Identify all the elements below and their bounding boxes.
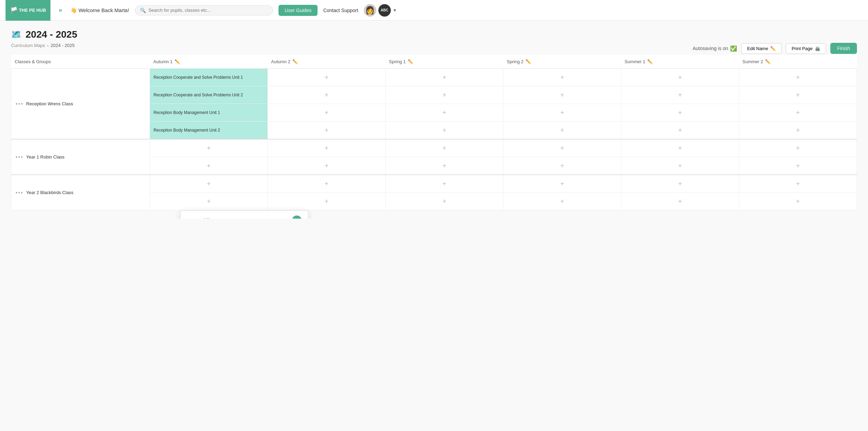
spring2-edit-icon[interactable]: ✏️ (526, 59, 531, 64)
col-header-autumn2: Autumn 2 ✏️ (268, 55, 386, 69)
plus-cell-su2-r4[interactable]: + (739, 122, 857, 140)
plus-cell-s1-y2r2[interactable]: + (386, 193, 503, 210)
autosave-indicator: Autosaving is on ✅ (693, 45, 737, 52)
plus-cell-s2-y2r2[interactable]: + (503, 193, 621, 210)
unit-label[interactable]: Reception Cooperate and Solve Problems U… (150, 69, 267, 86)
page-title-row: 🗺️ 2024 - 2025 (11, 29, 857, 40)
plus-cell-a2-r3[interactable]: + (268, 104, 386, 122)
dropdown-item-label: Motor Skills Year 6 (187, 218, 227, 219)
search-input[interactable] (149, 8, 268, 13)
plus-cell-s2-y2r1[interactable]: + (503, 175, 621, 193)
search-bar[interactable]: 🔍 (135, 5, 273, 16)
plus-cell-s2-y1r2[interactable]: + (503, 157, 621, 175)
class-name-year2: Year 2 Blackbirds Class (26, 190, 74, 195)
logo-label: THE PE HUB (19, 8, 46, 13)
plus-cell-su1-y1r2[interactable]: + (621, 157, 739, 175)
page-title: 2024 - 2025 (26, 29, 77, 40)
plus-cell-su1-r2[interactable]: + (621, 86, 739, 104)
autumn1-edit-icon[interactable]: ✏️ (174, 59, 180, 64)
print-icon: 🖨️ (815, 46, 820, 51)
contact-support-link[interactable]: Contact Support (323, 8, 358, 13)
col-header-spring1: Spring 1 ✏️ (386, 55, 503, 69)
summer2-edit-icon[interactable]: ✏️ (765, 59, 771, 64)
plus-cell-su1-r1[interactable]: + (621, 69, 739, 86)
plus-cell-su2-y1r2[interactable]: + (739, 157, 857, 175)
class-cell-reception: ••• Reception Wrens Class (11, 69, 150, 140)
breadcrumb-root[interactable]: Curriculum Maps (11, 43, 45, 48)
autumn2-edit-icon[interactable]: ✏️ (292, 59, 298, 64)
plus-cell-su2-y2r1[interactable]: + (739, 175, 857, 193)
summer1-edit-icon[interactable]: ✏️ (647, 59, 653, 64)
plus-cell-a1-y2r2[interactable]: + (150, 193, 268, 210)
plus-cell-s2-r3[interactable]: + (503, 104, 621, 122)
plus-cell-s1-y1r1[interactable]: + (386, 139, 503, 157)
unit-cell-reception-u4: Reception Body Management Unit 2 (150, 122, 268, 140)
pencil-icon: ✏️ (770, 46, 776, 51)
plus-cell-su1-r4[interactable]: + (621, 122, 739, 140)
avatar: 👩 (364, 4, 376, 17)
col-header-summer2: Summer 2 ✏️ (739, 55, 857, 69)
plus-cell-su2-r1[interactable]: + (739, 69, 857, 86)
table-row: ••• Reception Wrens Class Reception Coop… (11, 69, 857, 86)
unit-label[interactable]: Reception Body Management Unit 2 (150, 122, 267, 139)
print-button[interactable]: Print Page 🖨️ (786, 43, 826, 54)
plus-cell-su1-y2r1[interactable]: + (621, 175, 739, 193)
autosave-text: Autosaving is on (693, 46, 728, 51)
plus-cell-su2-y2r2[interactable]: + (739, 193, 857, 210)
search-icon: 🔍 (140, 8, 146, 13)
plus-cell-a1-y1r1[interactable]: + (150, 139, 268, 157)
row-menu-dots[interactable]: ••• (16, 190, 23, 196)
col-header-summer1: Summer 1 ✏️ (621, 55, 739, 69)
breadcrumb-current: 2024 - 2025 (51, 43, 75, 48)
plus-cell-a2-y2r1[interactable]: + (268, 175, 386, 193)
plus-cell-a2-r1[interactable]: + (268, 69, 386, 86)
row-menu-dots[interactable]: ••• (16, 154, 23, 160)
plus-cell-a2-r4[interactable]: + (268, 122, 386, 140)
unit-label[interactable]: Reception Body Management Unit 1 (150, 104, 267, 121)
plus-cell-s1-y2r1[interactable]: + (386, 175, 503, 193)
dropdown-item-badges: JB (292, 216, 302, 219)
plus-cell-su1-r3[interactable]: + (621, 104, 739, 122)
plus-cell-s2-r1[interactable]: + (503, 69, 621, 86)
spring1-edit-icon[interactable]: ✏️ (408, 59, 413, 64)
unit-cell-reception-u3: Reception Body Management Unit 1 (150, 104, 268, 122)
plus-cell-s2-y1r1[interactable]: + (503, 139, 621, 157)
dropdown-item-motorskills[interactable]: Motor Skills Year 6 JB (181, 211, 308, 219)
unit-cell-reception-u2: Reception Cooperate and Solve Problems U… (150, 86, 268, 104)
row-menu-dots[interactable]: ••• (16, 101, 23, 107)
class-name-year1: Year 1 Robin Class (26, 154, 65, 160)
plus-cell-a1-y1r2[interactable]: + (150, 157, 268, 175)
plus-cell-s1-r3[interactable]: + (386, 104, 503, 122)
plus-cell-a2-y2r2[interactable]: + (268, 193, 386, 210)
plus-cell-s1-r4[interactable]: + (386, 122, 503, 140)
plus-cell-s1-r2[interactable]: + (386, 86, 503, 104)
edit-name-button[interactable]: Edit Name ✏️ (741, 43, 782, 54)
school-badge: ABC (378, 4, 391, 17)
class-cell-year1: ••• Year 1 Robin Class (11, 139, 150, 175)
plus-cell-a2-y1r1[interactable]: + (268, 139, 386, 157)
plus-cell-s2-r2[interactable]: + (503, 86, 621, 104)
plus-cell-su2-r2[interactable]: + (739, 86, 857, 104)
plus-cell-su2-r3[interactable]: + (739, 104, 857, 122)
plus-cell-a1-y2r1[interactable]: + (150, 175, 268, 193)
finish-button[interactable]: Finish (830, 43, 857, 54)
unit-label[interactable]: Reception Cooperate and Solve Problems U… (150, 86, 267, 104)
logo[interactable]: 🏳️ THE PE HUB (6, 0, 50, 21)
plus-cell-su2-y1r1[interactable]: + (739, 139, 857, 157)
col-header-spring2: Spring 2 ✏️ (503, 55, 621, 69)
user-guides-button[interactable]: User Guides (279, 5, 318, 16)
plus-cell-a2-r2[interactable]: + (268, 86, 386, 104)
user-menu[interactable]: 👩 ABC ▼ (364, 4, 397, 17)
plus-cell-a2-y1r2[interactable]: + (268, 157, 386, 175)
plus-cell-su1-y1r1[interactable]: + (621, 139, 739, 157)
col-header-classes: Classes & Groups (11, 55, 150, 69)
plus-cell-su1-y2r2[interactable]: + (621, 193, 739, 210)
plus-cell-s1-r1[interactable]: + (386, 69, 503, 86)
user-dropdown-arrow: ▼ (393, 8, 397, 13)
edit-name-label: Edit Name (747, 46, 768, 51)
plus-cell-s1-y1r2[interactable]: + (386, 157, 503, 175)
nav-chevrons: » (59, 7, 62, 14)
plus-cell-s2-r4[interactable]: + (503, 122, 621, 140)
autosave-check-icon: ✅ (730, 45, 737, 52)
breadcrumb: Curriculum Maps › 2024 - 2025 (11, 43, 75, 48)
